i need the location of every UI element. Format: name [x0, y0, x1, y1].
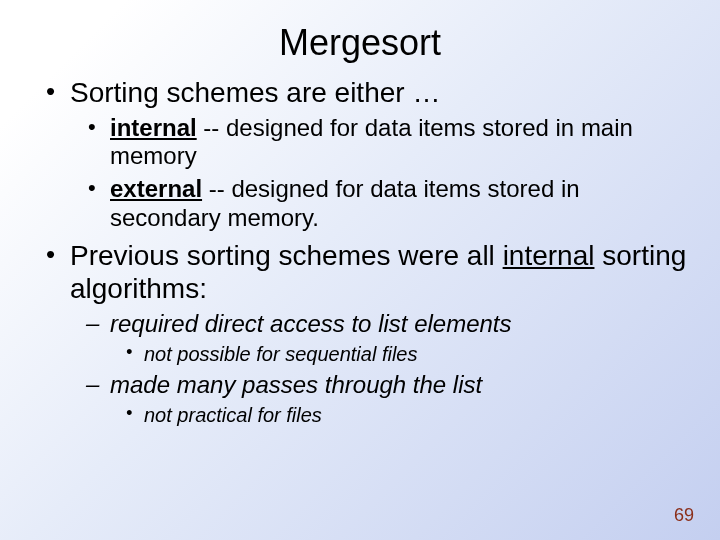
sub-list: required direct access to list elements …	[70, 310, 694, 428]
bullet-direct-access: required direct access to list elements …	[110, 310, 694, 367]
bullet-lead: internal	[110, 114, 197, 141]
bullet-not-possible: not possible for sequential files	[144, 341, 694, 367]
bullet-text: made many passes through the list	[110, 371, 482, 398]
bullet-list: Sorting schemes are either … internal --…	[26, 76, 694, 428]
bullet-internal: internal -- designed for data items stor…	[110, 114, 694, 172]
bullet-lead: external	[110, 175, 202, 202]
slide-title: Mergesort	[26, 22, 694, 64]
page-number: 69	[674, 505, 694, 526]
bullet-external: external -- designed for data items stor…	[110, 175, 694, 233]
bullet-text: required direct access to list elements	[110, 310, 512, 337]
slide: Mergesort Sorting schemes are either … i…	[0, 0, 720, 540]
bullet-text: not practical for files	[144, 404, 322, 426]
bullet-sorting-schemes: Sorting schemes are either … internal --…	[70, 76, 694, 233]
bullet-many-passes: made many passes through the list not pr…	[110, 371, 694, 428]
sub-list: internal -- designed for data items stor…	[70, 114, 694, 233]
sub-sub-list: not possible for sequential files	[110, 341, 694, 367]
bullet-text: Sorting schemes are either …	[70, 77, 440, 108]
bullet-not-practical: not practical for files	[144, 402, 694, 428]
bullet-previous-schemes: Previous sorting schemes were all intern…	[70, 239, 694, 428]
sub-sub-list: not practical for files	[110, 402, 694, 428]
bullet-text: not possible for sequential files	[144, 343, 418, 365]
bullet-pre: Previous sorting schemes were all	[70, 240, 503, 271]
bullet-underline: internal	[503, 240, 595, 271]
